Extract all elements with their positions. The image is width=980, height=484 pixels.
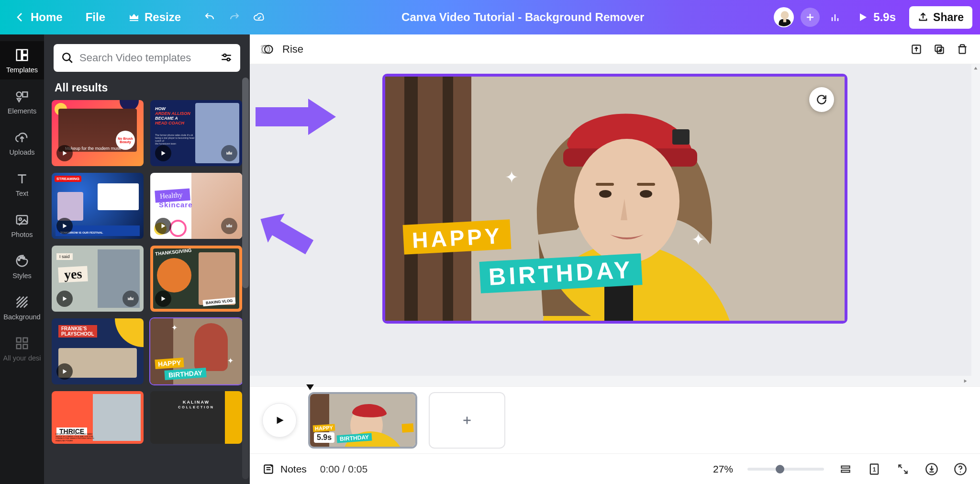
stage-wrap[interactable]: ✦ ✦ HAPPY BIRTHDAY	[250, 64, 980, 386]
play-overlay-icon	[155, 291, 171, 307]
scroll-up-icon[interactable]	[971, 65, 980, 72]
fullscreen-icon	[897, 463, 909, 475]
duration-label: 5.9s	[873, 11, 896, 24]
template-card[interactable]: I said yes	[52, 246, 144, 312]
nav-elements[interactable]: Elements	[0, 82, 44, 121]
download-button[interactable]	[924, 462, 939, 476]
timeline: HAPPY BIRTHDAY 5.9s	[250, 386, 980, 453]
help-button[interactable]	[953, 462, 968, 476]
canvas-vertical-scrollbar[interactable]	[971, 64, 980, 386]
home-label: Home	[31, 11, 63, 24]
svg-marker-72	[964, 380, 967, 383]
playhead-icon[interactable]	[305, 383, 315, 393]
svg-line-26	[24, 304, 28, 308]
template-card[interactable]: Healthy Skincare	[150, 173, 242, 239]
notes-button[interactable]: Notes	[262, 463, 307, 475]
notes-label: Notes	[280, 463, 307, 475]
notes-icon	[262, 463, 275, 475]
nav-templates-label: Templates	[6, 66, 38, 74]
template-card[interactable]: FRANKIE'SPLAYSCHOOL	[52, 318, 144, 384]
svg-marker-54	[256, 99, 336, 135]
svg-rect-63	[672, 129, 690, 145]
template-card[interactable]: KALINAWCOLLECTION	[150, 391, 242, 444]
export-page-button[interactable]	[909, 42, 924, 56]
cloud-check-icon	[254, 11, 265, 23]
timeline-clip[interactable]: HAPPY BIRTHDAY 5.9s	[308, 392, 417, 449]
svg-marker-71	[974, 67, 978, 70]
timeline-play-button[interactable]	[262, 403, 297, 438]
file-menu[interactable]: File	[79, 7, 112, 28]
add-element-fab[interactable]	[809, 87, 834, 112]
nav-text[interactable]: Text	[0, 165, 44, 203]
document-title[interactable]: Canva Video Tutorial - Background Remove…	[272, 11, 774, 24]
svg-point-21	[23, 257, 24, 259]
nav-templates[interactable]: Templates	[0, 41, 44, 79]
clip-text-happy: HAPPY	[313, 424, 335, 432]
svg-marker-41	[63, 296, 67, 301]
insights-button[interactable]	[826, 8, 844, 27]
template-card[interactable]: No Brush Beauty Makeup for the modern mu…	[52, 100, 144, 166]
bar-chart-icon	[829, 11, 841, 23]
zoom-slider[interactable]	[747, 468, 824, 471]
templates-panel: All results No Brush Beauty Makeup for t…	[44, 34, 250, 484]
play-overlay-icon	[56, 218, 73, 234]
user-avatar[interactable]	[774, 7, 794, 27]
scroll-right-icon[interactable]	[962, 377, 969, 385]
nav-all-designs[interactable]: All your desi	[0, 329, 44, 368]
resize-menu[interactable]: Resize	[122, 7, 188, 28]
view-grid-button[interactable]	[838, 462, 853, 476]
video-canvas[interactable]: ✦ ✦ HAPPY BIRTHDAY	[385, 77, 845, 321]
canvas-stage[interactable]: ✦ ✦ HAPPY BIRTHDAY	[382, 74, 847, 324]
nav-uploads[interactable]: Uploads	[0, 124, 44, 162]
delete-page-button[interactable]	[955, 42, 969, 56]
selection-frame[interactable]: ✦ ✦ HAPPY BIRTHDAY	[382, 74, 847, 324]
share-label: Share	[933, 11, 964, 24]
canvas-area: Rise	[250, 34, 980, 484]
back-home-button[interactable]: Home	[8, 7, 69, 28]
scrollbar-thumb[interactable]	[242, 78, 249, 288]
plus-icon	[461, 414, 473, 427]
nav-styles[interactable]: Styles	[0, 247, 44, 285]
fullscreen-button[interactable]	[896, 462, 910, 476]
svg-marker-73	[277, 416, 284, 424]
page-count-label: 1	[872, 465, 876, 473]
animation-label[interactable]: Rise	[282, 43, 303, 56]
svg-point-18	[19, 218, 22, 220]
premium-crown-icon	[221, 145, 237, 161]
share-button[interactable]: Share	[909, 6, 972, 29]
nav-photos-label: Photos	[11, 231, 33, 238]
filter-icon[interactable]	[220, 52, 233, 64]
canvas-text-happy[interactable]: HAPPY	[403, 219, 512, 255]
panel-scrollbar[interactable]	[242, 78, 249, 479]
svg-point-64	[574, 139, 679, 263]
svg-marker-8	[860, 13, 867, 21]
template-card[interactable]: THANKSGIVING BAKING VLOG	[150, 246, 242, 312]
nav-background[interactable]: Background	[0, 288, 44, 326]
template-card[interactable]: STREAMING TOMORROW IS OUR FESTIVAL	[52, 173, 144, 239]
chevron-left-icon	[14, 11, 26, 23]
template-title: KALINAWCOLLECTION	[178, 400, 214, 409]
clip-duration-badge: 5.9s	[314, 432, 334, 443]
template-card[interactable]: THRICE BECAUSE THE BEST ALL-FEMALE BAND …	[52, 391, 144, 444]
preview-play-button[interactable]: 5.9s	[850, 7, 902, 28]
cloud-sync-button[interactable]	[247, 8, 272, 27]
nav-photos[interactable]: Photos	[0, 206, 44, 244]
elements-icon	[15, 89, 29, 103]
animate-button[interactable]	[260, 42, 275, 56]
search-input[interactable]	[79, 52, 214, 64]
svg-rect-57	[385, 77, 471, 321]
redo-button[interactable]	[222, 8, 247, 27]
page-count-button[interactable]: 1	[867, 462, 881, 476]
svg-rect-68	[637, 183, 655, 186]
template-card[interactable]: HOWARDEN ALLISONBECAME AHEAD COACH The f…	[150, 100, 242, 166]
duplicate-page-button[interactable]	[932, 42, 947, 56]
add-page-button[interactable]	[429, 392, 505, 449]
template-card-selected[interactable]: HAPPY BIRTHDAY ✦ ✦	[150, 318, 242, 384]
undo-icon	[204, 11, 215, 23]
zoom-slider-thumb[interactable]	[776, 465, 784, 473]
search-box[interactable]	[54, 44, 240, 72]
play-overlay-icon	[155, 145, 171, 161]
add-collaborator-button[interactable]	[801, 8, 820, 27]
undo-button[interactable]	[197, 8, 222, 27]
canvas-horizontal-scrollbar[interactable]	[250, 376, 971, 386]
